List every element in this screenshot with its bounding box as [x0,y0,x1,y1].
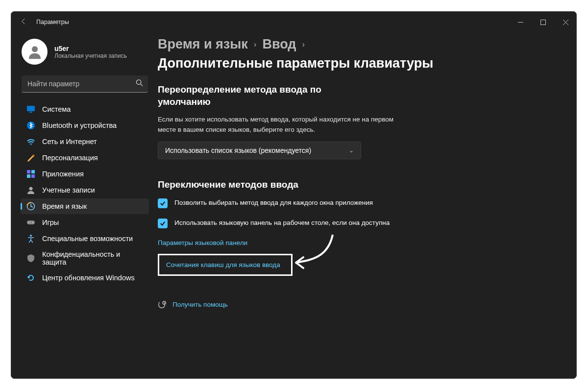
svg-line-4 [141,84,143,86]
nav-list: СистемаBluetooth и устройстваСеть и Инте… [20,101,152,286]
svg-rect-1 [540,20,545,24]
minimize-button[interactable] [509,14,532,30]
link-hotkeys-highlighted[interactable]: Сочетания клавиш для языков ввода [158,254,293,276]
sidebar-item-label: Система [42,105,71,113]
section-heading-switching: Переключение методов ввода [158,179,364,191]
system-icon [26,105,35,114]
link-langbar-options[interactable]: Параметры языковой панели [158,237,247,248]
sidebar-item-label: Конфиденциальность и защита [42,250,143,266]
breadcrumb-parent2[interactable]: Ввод [262,37,296,52]
dropdown-value: Использовать список языков (рекомендуетс… [165,147,311,154]
help-icon [158,300,167,309]
user-name: u5er [54,45,127,52]
svg-rect-12 [31,170,35,173]
bluetooth-icon [26,121,35,130]
window-controls [509,14,577,30]
apps-icon [26,170,35,178]
checkbox-label: Использовать языковую панель на рабочем … [174,218,390,228]
time-icon [26,202,35,211]
checkbox-per-window[interactable] [158,198,168,208]
sidebar-item-bluetooth[interactable]: Bluetooth и устройства [21,118,149,133]
user-block[interactable]: u5er Локальная учетная запись [20,39,152,65]
chevron-down-icon: ⌄ [349,147,354,154]
svg-rect-14 [31,174,35,178]
svg-point-19 [32,222,33,223]
titlebar: Параметры [11,11,577,31]
accessibility-icon [26,234,35,243]
sidebar-item-label: Время и язык [42,202,87,210]
help-row: Получить помощь [158,300,567,309]
avatar [22,39,48,65]
sidebar-item-privacy[interactable]: Конфиденциальность и защита [21,247,149,269]
sidebar-item-label: Приложения [42,170,84,178]
sidebar-item-label: Персонализация [42,154,98,162]
sidebar-item-label: Сеть и Интернет [42,138,97,146]
section-heading-override: Переопределение метода ввода по умолчани… [158,84,364,108]
search-input[interactable] [22,75,148,92]
sidebar-item-time[interactable]: Время и язык [21,198,149,214]
svg-point-9 [30,144,32,145]
checkbox-label: Позволить выбирать метод ввода для каждо… [174,198,373,208]
sidebar-item-label: Игры [42,219,59,226]
sidebar-item-label: Учетные записи [42,186,95,194]
window-title: Параметры [36,19,69,25]
svg-rect-13 [27,174,30,178]
accounts-icon [26,186,35,195]
privacy-icon [26,254,35,263]
section-description: Если вы хотите использовать метод ввода,… [158,115,403,135]
breadcrumb: Время и язык › Ввод › Дополнительные пар… [158,37,567,71]
svg-point-20 [30,235,32,237]
svg-point-2 [31,46,37,52]
sidebar-item-gaming[interactable]: Игры [21,215,149,230]
sidebar-item-apps[interactable]: Приложения [21,166,149,182]
network-icon [26,137,35,146]
get-help-link[interactable]: Получить помощь [172,301,228,308]
close-button[interactable] [554,14,577,30]
sidebar: u5er Локальная учетная запись СистемаBlu… [11,31,154,379]
sidebar-item-network[interactable]: Сеть и Интернет [21,134,149,149]
user-subtitle: Локальная учетная запись [54,52,127,59]
maximize-button[interactable] [532,14,554,30]
chevron-right-icon: › [254,40,257,49]
update-icon [26,273,35,282]
svg-point-18 [28,222,29,223]
default-input-dropdown[interactable]: Использовать список языков (рекомендуетс… [158,142,361,159]
svg-rect-6 [29,112,32,113]
svg-point-15 [29,187,33,191]
sidebar-item-label: Bluetooth и устройства [42,122,117,129]
checkbox-row-per-window: Позволить выбирать метод ввода для каждо… [158,198,393,208]
svg-rect-11 [27,170,30,173]
sidebar-item-update[interactable]: Центр обновления Windows [21,270,149,286]
svg-rect-5 [27,106,35,111]
chevron-right-icon: › [302,40,305,49]
breadcrumb-parent1[interactable]: Время и язык [158,37,248,52]
sidebar-item-accounts[interactable]: Учетные записи [21,182,149,198]
checkbox-row-langbar: Использовать языковую панель на рабочем … [158,218,393,228]
sidebar-item-system[interactable]: Система [21,101,149,117]
sidebar-item-label: Центр обновления Windows [42,274,135,282]
svg-rect-17 [27,220,35,224]
breadcrumb-current: Дополнительные параметры клавиатуры [158,56,433,71]
personalization-icon [26,153,35,162]
back-button[interactable] [11,18,36,26]
settings-window: Параметры u5er Локальная учетная запись [11,11,577,379]
sidebar-item-label: Специальные возможности [42,235,133,243]
gaming-icon [26,218,35,227]
sidebar-item-accessibility[interactable]: Специальные возможности [21,231,149,246]
content: Время и язык › Ввод › Дополнительные пар… [154,31,577,379]
checkbox-langbar[interactable] [158,219,168,228]
sidebar-item-personalization[interactable]: Персонализация [21,150,149,166]
search-icon [136,79,143,89]
svg-point-3 [136,80,141,84]
search-box[interactable] [22,75,148,93]
